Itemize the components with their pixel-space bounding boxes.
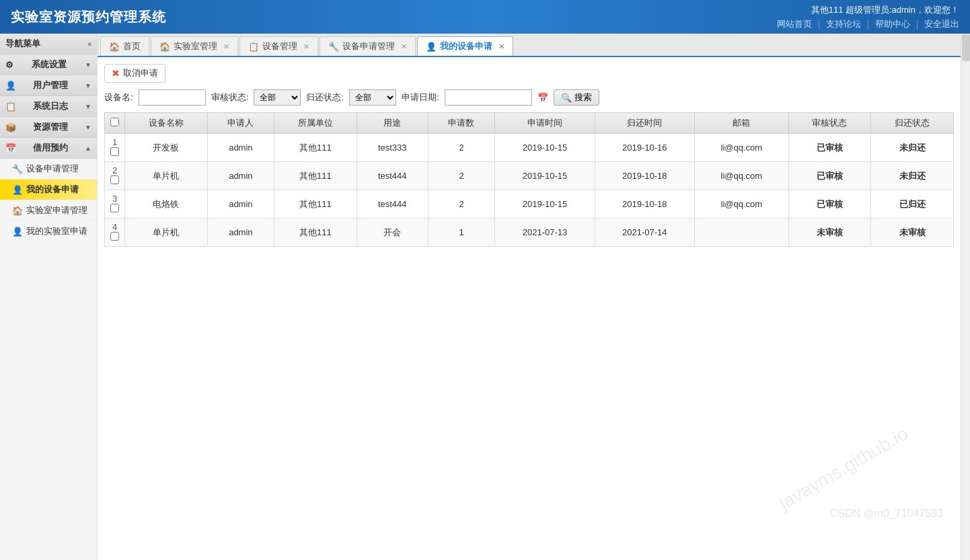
app-title: 实验室资源预约管理系统 [11,8,166,26]
sidebar-section-log[interactable]: 📋 系统日志 ▼ [0,96,97,117]
tab-device-apply-manage-label: 设备申请管理 [342,40,395,52]
cancel-btn[interactable]: ✖ 取消申请 [104,64,165,83]
main-layout: 导航菜单 « ⚙ 系统设置 ▼ 👤 用户管理 ▼ 📋 系统日志 ▼ 📦 资源管理… [0,34,970,560]
cell-apply-time: 2019-10-15 [495,162,595,190]
tab-device-manage-close[interactable]: ✕ [303,42,309,51]
col-email: 邮箱 [695,113,789,134]
col-apply-time: 申请时间 [495,113,595,134]
link-forum[interactable]: 支持论坛 [826,18,861,30]
scroll-thumb[interactable] [962,34,970,61]
cell-review-status: 已审核 [788,162,871,190]
row-checkbox[interactable] [110,232,119,241]
cell-applicant: admin [207,190,274,218]
sidebar-section-resource[interactable]: 📦 资源管理 ▼ [0,117,97,138]
sidebar-icon-log: 📋 [5,102,16,112]
table-row: 3 电烙铁 admin 其他111 test444 2 2019-10-15 2… [105,190,954,218]
filter-return-status-label: 归还状态: [306,91,344,104]
sidebar-label-log: 系统日志 [33,100,68,112]
cell-unit: 其他111 [274,218,357,247]
cell-count: 2 [428,134,495,162]
select-all-checkbox[interactable] [110,118,119,126]
col-device-name: 设备名称 [125,113,208,134]
cell-device-name: 电烙铁 [125,190,208,218]
scrollbar[interactable] [961,34,970,560]
table-row: 1 开发板 admin 其他111 test333 2 2019-10-15 2… [105,134,954,162]
search-button[interactable]: 🔍 搜索 [554,89,599,106]
filter-apply-date-input[interactable] [445,89,532,106]
tab-device-apply-manage[interactable]: 🔧 设备申请管理 ✕ [320,36,416,56]
cell-device-name: 单片机 [125,162,208,190]
tab-device-manage[interactable]: 📋 设备管理 ✕ [239,36,318,56]
sidebar-section-system[interactable]: ⚙ 系统设置 ▼ [0,54,97,75]
row-number: 2 [112,165,117,175]
tab-my-device-apply[interactable]: 👤 我的设备申请 ✕ [417,36,513,56]
sidebar-icon-my-lab-apply: 👤 [12,227,23,237]
sidebar-icon-resource: 📦 [5,122,16,132]
cell-usage: test444 [357,190,428,218]
row-number: 4 [112,222,117,232]
filter-bar: 设备名: 审核状态: 全部 已审核 未审核 归还状态: 全部 已归还 未归还 申… [104,89,954,106]
tab-device-apply-manage-close[interactable]: ✕ [401,42,407,51]
sidebar-section-borrow[interactable]: 📅 借用预约 ▲ [0,138,97,159]
filter-device-name-input[interactable] [139,89,206,106]
tab-home[interactable]: 🏠 首页 [100,36,149,56]
filter-review-status-label: 审核状态: [211,91,249,104]
cell-usage: test444 [357,162,428,190]
row-checkbox[interactable] [110,204,119,212]
sidebar-label-system: 系统设置 [32,58,67,71]
filter-return-status-select[interactable]: 全部 已归还 未归还 [349,89,396,106]
link-home[interactable]: 网站首页 [777,18,812,30]
cell-apply-time: 2019-10-15 [495,134,595,162]
tab-my-device-apply-icon: 👤 [426,42,437,52]
sidebar-label-borrow: 借用预约 [33,142,68,154]
sidebar-label-lab-apply-manage: 实验室申请管理 [26,204,87,216]
calendar-icon[interactable]: 📅 [537,93,548,103]
header: 实验室资源预约管理系统 其他111 超级管理员:admin，欢迎您！ 网站首页 … [0,0,970,34]
cell-review-status: 未审核 [788,218,871,247]
col-checkbox [105,113,125,134]
page-content: ✖ 取消申请 设备名: 审核状态: 全部 已审核 未审核 归还状态: 全部 已归… [98,57,961,560]
table-row: 2 单片机 admin 其他111 test444 2 2019-10-15 2… [105,162,954,190]
row-checkbox[interactable] [110,147,119,156]
cell-apply-time: 2021-07-13 [495,218,595,247]
cell-return-status: 未归还 [871,162,954,190]
col-usage: 用途 [357,113,428,134]
col-return-status: 归还状态 [871,113,954,134]
col-return-time: 归还时间 [595,113,694,134]
link-help[interactable]: 帮助中心 [875,18,910,30]
cell-return-time: 2019-10-18 [595,162,694,190]
table-row: 4 单片机 admin 其他111 开会 1 2021-07-13 2021-0… [105,218,954,247]
cell-device-name: 单片机 [125,218,208,247]
sidebar-icon-system: ⚙ [5,60,13,70]
sidebar-icon-borrow: 📅 [5,143,16,153]
row-checkbox-cell: 4 [105,218,125,247]
sidebar-item-device-apply-manage[interactable]: 🔧 设备申请管理 [0,159,97,179]
cancel-icon: ✖ [112,68,120,79]
sidebar-label-my-device-apply: 我的设备申请 [26,184,79,196]
filter-review-status-select[interactable]: 全部 已审核 未审核 [254,89,301,106]
tab-bar: 🏠 首页 🏠 实验室管理 ✕ 📋 设备管理 ✕ 🔧 设备申请管理 ✕ 👤 我的设… [98,34,961,57]
cell-applicant: admin [207,162,274,190]
sidebar-header[interactable]: 导航菜单 « [0,34,97,54]
sidebar-header-label: 导航菜单 [5,38,40,50]
tab-my-device-apply-close[interactable]: ✕ [498,42,505,51]
row-checkbox[interactable] [110,175,119,184]
tab-lab-manage[interactable]: 🏠 实验室管理 ✕ [151,36,238,56]
table-header-row: 设备名称 申请人 所属单位 用途 申请数 申请时间 归还时间 邮箱 审核状态 归… [105,113,954,134]
sidebar-section-user[interactable]: 👤 用户管理 ▼ [0,75,97,96]
tab-lab-manage-label: 实验室管理 [174,40,217,52]
sidebar-item-lab-apply-manage[interactable]: 🏠 实验室申请管理 [0,200,97,221]
sidebar-item-my-lab-apply[interactable]: 👤 我的实验室申请 [0,221,97,242]
welcome-text: 其他111 超级管理员:admin，欢迎您！ [811,4,959,16]
sidebar-icon-device-apply-manage: 🔧 [12,164,23,174]
sidebar-item-my-device-apply[interactable]: 👤 我的设备申请 [0,179,97,200]
search-btn-label: 搜索 [574,91,592,104]
sidebar-arrow-user: ▼ [85,82,91,89]
tab-device-manage-label: 设备管理 [262,40,297,52]
sidebar-collapse-icon: « [87,40,91,48]
tab-device-manage-icon: 📋 [248,42,259,52]
cell-applicant: admin [207,134,274,162]
sidebar-arrow-system: ▼ [85,61,91,69]
link-logout[interactable]: 安全退出 [924,18,959,30]
tab-lab-manage-close[interactable]: ✕ [223,42,229,51]
